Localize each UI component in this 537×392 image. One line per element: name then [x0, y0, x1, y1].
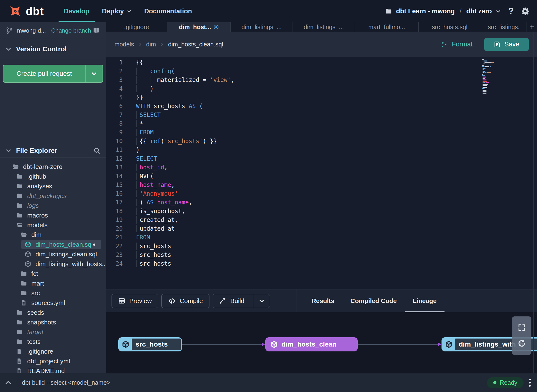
- new-tab-button[interactable]: +: [527, 22, 537, 32]
- minimap[interactable]: [482, 59, 496, 94]
- tree-item-readme-md[interactable]: README.md: [0, 366, 106, 373]
- code-text: ) AS host_name,: [129, 198, 537, 207]
- version-control-header[interactable]: Version Control: [0, 39, 106, 59]
- lineage-node-src-hosts[interactable]: src_hosts: [118, 337, 182, 351]
- chevron-right-icon: [138, 42, 143, 47]
- format-button[interactable]: Format: [440, 40, 473, 49]
- file-icon: [16, 368, 24, 373]
- compile-button[interactable]: Compile: [161, 294, 209, 308]
- folder-icon: [20, 290, 28, 296]
- folder-icon: [16, 212, 24, 219]
- gear-icon[interactable]: [521, 7, 530, 16]
- chevron-down-icon: [5, 148, 12, 154]
- tree-item-dim-listings-clean-sql[interactable]: dim_listings_clean.sql: [0, 249, 106, 259]
- nav-deploy[interactable]: Deploy: [96, 0, 138, 22]
- indent-guide: [150, 76, 151, 84]
- line-number: 20: [106, 224, 129, 233]
- command-input[interactable]: dbt build --select <model_name>: [22, 379, 110, 386]
- panel-tab-results[interactable]: Results: [303, 289, 342, 312]
- editor-tab-dim-host[interactable]: dim_host...: [167, 22, 231, 32]
- indent-guide: [136, 199, 137, 206]
- project-selector[interactable]: dbt Learn - mwong / dbt zero: [385, 8, 501, 15]
- editor-tab-mart-fullmo[interactable]: mart_fullmo...: [355, 22, 419, 32]
- save-button[interactable]: Save: [484, 38, 529, 51]
- tree-item-label: dim_listings_with_hosts...: [35, 260, 106, 268]
- indent-guide: [136, 85, 137, 92]
- create-pull-request-button[interactable]: Create pull request: [3, 65, 85, 82]
- tree-item-dim[interactable]: dim: [0, 230, 106, 240]
- code-text: updated_at: [129, 224, 537, 233]
- build-dropdown[interactable]: [254, 294, 270, 308]
- file-icon: [16, 358, 24, 364]
- refresh-icon[interactable]: [517, 339, 526, 348]
- code-line-17: 17 ) AS host_name,: [106, 198, 537, 207]
- create-pull-request-dropdown[interactable]: [85, 65, 103, 82]
- folder-icon: [16, 309, 24, 316]
- tree-item-gitignore[interactable]: .gitignore: [0, 347, 106, 356]
- tree-item-analyses[interactable]: analyses: [0, 181, 106, 191]
- file-explorer-header[interactable]: File Explorer: [0, 144, 106, 157]
- fullscreen-icon[interactable]: [518, 323, 526, 332]
- panel-tab-compiled-code[interactable]: Compiled Code: [342, 289, 405, 312]
- tree-item-dbt-project-yml[interactable]: dbt_project.yml: [0, 356, 106, 366]
- editor-tab-src-hosts-sql[interactable]: src_hosts.sql: [419, 22, 481, 32]
- code-line-8: 8 *: [106, 119, 537, 128]
- preview-button[interactable]: Preview: [112, 294, 158, 308]
- chevron-up-icon[interactable]: [4, 379, 12, 387]
- folder-icon: [16, 338, 24, 345]
- code-line-12: 12SELECT: [106, 154, 537, 163]
- lineage-node-dim-hosts-clean[interactable]: dim_hosts_clean: [265, 337, 358, 351]
- tree-item-dbt-learn-zero[interactable]: dbt-learn-zero: [0, 162, 106, 172]
- editor-tab-src-listings[interactable]: src_listings.: [481, 22, 527, 32]
- panel-tab-lineage[interactable]: Lineage: [405, 289, 445, 312]
- tree-item-logs[interactable]: logs: [0, 201, 106, 210]
- code-text: FROM: [129, 233, 537, 242]
- indent-guide: [136, 111, 137, 119]
- change-branch-link[interactable]: Change branch: [51, 27, 91, 34]
- tree-item-dim-hosts-clean-sql[interactable]: dim_hosts_clean.sql: [21, 240, 101, 249]
- tree-item-sources-yml[interactable]: sources.yml: [0, 298, 106, 308]
- line-number: 1: [106, 58, 129, 67]
- book-icon[interactable]: [92, 27, 100, 35]
- tree-item-tests[interactable]: tests: [0, 337, 106, 347]
- help-icon[interactable]: ?: [508, 6, 514, 16]
- nav-develop[interactable]: Develop: [58, 0, 96, 22]
- branch-name: mwong-d...: [17, 27, 46, 34]
- code-line-16: 16 'Anonymous': [106, 189, 537, 198]
- code-line-5: 5}}: [106, 93, 537, 102]
- tree-item-macros[interactable]: macros: [0, 210, 106, 220]
- tree-item-target[interactable]: target: [0, 327, 106, 337]
- editor-header: models dim dim_hosts_clean.sql Format: [106, 32, 537, 57]
- editor-tab-dim-listings[interactable]: dim_listings_...: [231, 22, 293, 32]
- code-text: src_hosts: [129, 242, 537, 251]
- folder-icon: [16, 183, 24, 190]
- dbt-logo[interactable]: dbt: [8, 0, 44, 22]
- tree-item-label: dim_listings_clean.sql: [35, 251, 97, 258]
- save-label: Save: [504, 41, 520, 48]
- tree-item-mart[interactable]: mart: [0, 279, 106, 288]
- search-icon[interactable]: [93, 147, 101, 154]
- editor-tab-dim-listings[interactable]: dim_listings_...: [293, 22, 355, 32]
- tree-item-github[interactable]: .github: [0, 172, 106, 181]
- kebab-menu-icon[interactable]: [529, 379, 531, 387]
- build-button[interactable]: Build: [213, 294, 270, 308]
- editor-tab-gitignore[interactable]: .gitignore: [106, 22, 167, 32]
- save-icon: [494, 41, 501, 48]
- nav-documentation[interactable]: Documentation: [138, 0, 199, 22]
- code-line-1: 1{{: [106, 58, 537, 67]
- tree-item-models[interactable]: models: [0, 220, 106, 230]
- top-navbar: dbt Develop Deploy Documentation dbt Lea…: [0, 0, 537, 22]
- nav-deploy-label: Deploy: [102, 8, 124, 15]
- tree-item-snapshots[interactable]: snapshots: [0, 317, 106, 327]
- code-text: is_superhost,: [129, 207, 537, 216]
- tree-item-seeds[interactable]: seeds: [0, 308, 106, 317]
- indent-guide: [136, 260, 137, 267]
- code-editor[interactable]: 1{{2 config(3 materialized = 'view',4 )5…: [106, 57, 537, 289]
- line-number: 14: [106, 172, 129, 181]
- tree-item-src[interactable]: src: [0, 288, 106, 298]
- ready-label: Ready: [500, 379, 517, 386]
- tree-item-fct[interactable]: fct: [0, 269, 106, 279]
- line-number: 18: [106, 207, 129, 216]
- tree-item-dim-listings-with-hosts[interactable]: dim_listings_with_hosts...: [0, 259, 106, 269]
- tree-item-dbt-packages[interactable]: dbt_packages: [0, 191, 106, 201]
